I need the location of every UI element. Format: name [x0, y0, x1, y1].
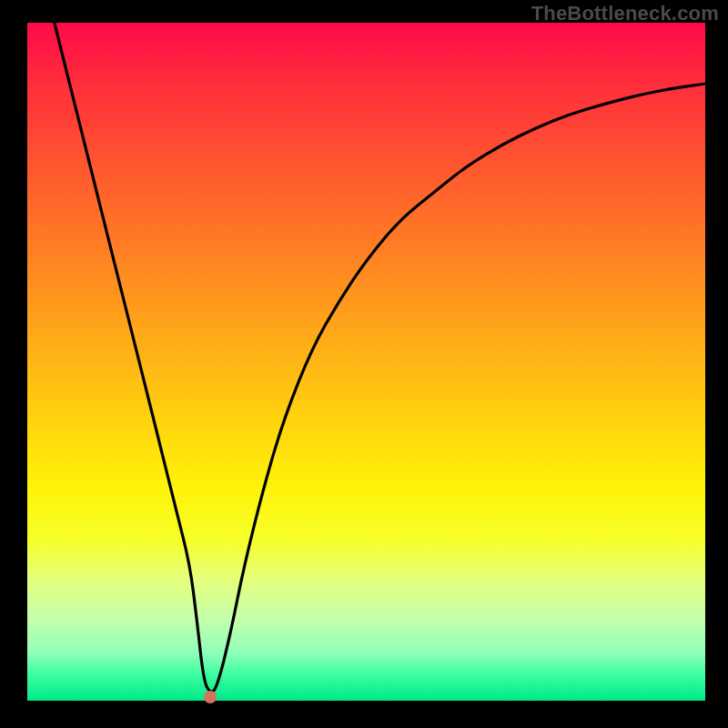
- plot-area: [27, 23, 705, 701]
- chart-frame: TheBottleneck.com: [0, 0, 728, 728]
- bottleneck-curve: [27, 23, 705, 701]
- watermark-text: TheBottleneck.com: [531, 2, 719, 25]
- optimum-marker: [204, 691, 217, 703]
- curve-path: [55, 23, 705, 692]
